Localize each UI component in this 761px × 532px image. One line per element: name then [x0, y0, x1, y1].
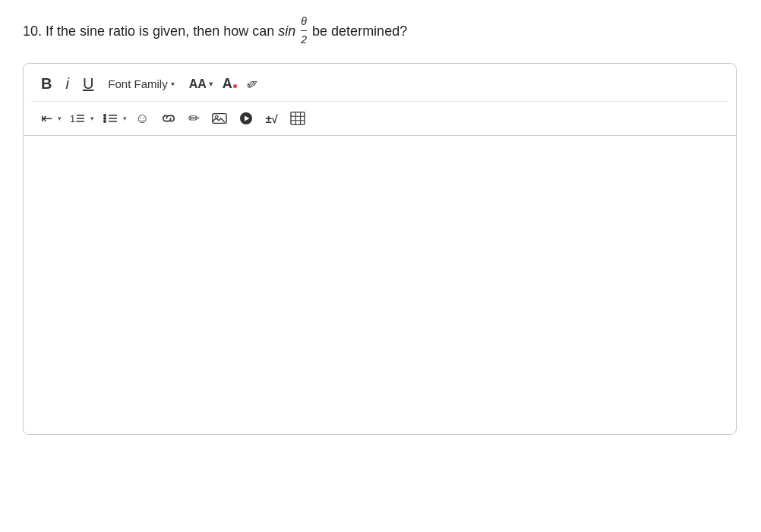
- toolbar-row-2: ⇤ ▾ 1. ▾: [31, 102, 728, 135]
- fraction-denominator: 2: [301, 31, 307, 48]
- formula-button[interactable]: ±√: [261, 110, 281, 127]
- unordered-list-group: ▾: [99, 110, 127, 127]
- underline-button[interactable]: U: [79, 73, 97, 95]
- ul-arrow[interactable]: ▾: [123, 115, 127, 122]
- link-button[interactable]: [157, 110, 180, 127]
- svg-point-5: [103, 117, 106, 120]
- play-button[interactable]: [235, 109, 257, 127]
- font-size-arrow: ▾: [209, 80, 213, 88]
- pencil-button[interactable]: ✏: [185, 108, 204, 129]
- math-sin: sin: [278, 24, 299, 39]
- editor-container: B i U Font Family ▾ AA ▾ A ✏ ⇤ ▾: [23, 63, 737, 435]
- emoji-button[interactable]: ☺: [131, 109, 153, 129]
- text-color-group: A: [223, 76, 237, 92]
- question-text-before: If the sine ratio is given, then how can: [46, 24, 274, 39]
- toolbar: B i U Font Family ▾ AA ▾ A ✏ ⇤ ▾: [24, 64, 736, 136]
- ol-arrow[interactable]: ▾: [90, 115, 94, 122]
- italic-button[interactable]: i: [62, 73, 72, 95]
- font-size-label: AA: [189, 77, 207, 91]
- svg-point-4: [103, 114, 106, 117]
- svg-rect-14: [291, 112, 305, 124]
- question-text-after: be determined?: [312, 24, 407, 39]
- fraction-numerator: θ: [301, 14, 307, 31]
- table-button[interactable]: [286, 109, 309, 127]
- svg-point-6: [103, 120, 106, 123]
- editor-content-area[interactable]: [24, 136, 736, 424]
- bold-button[interactable]: B: [37, 73, 55, 95]
- math-fraction: θ 2: [301, 14, 307, 48]
- image-button[interactable]: [208, 109, 231, 127]
- font-size-dropdown[interactable]: AA ▾: [185, 75, 216, 93]
- ordered-list-button[interactable]: 1.: [66, 110, 89, 127]
- toolbar-row-1: B i U Font Family ▾ AA ▾ A ✏: [31, 64, 728, 102]
- unordered-list-button[interactable]: [99, 110, 122, 127]
- font-family-label: Font Family: [108, 77, 167, 90]
- font-family-arrow: ▾: [171, 80, 175, 88]
- question-number: 10.: [23, 24, 42, 39]
- text-color-button[interactable]: A: [223, 76, 237, 92]
- question-text: 10. If the sine ratio is given, then how…: [23, 15, 407, 49]
- indent-group: ⇤ ▾: [37, 108, 62, 129]
- indent-button[interactable]: ⇤: [37, 108, 56, 129]
- indent-arrow[interactable]: ▾: [58, 115, 62, 122]
- ordered-list-group: 1. ▾: [66, 110, 94, 127]
- font-family-dropdown[interactable]: Font Family ▾: [103, 75, 178, 93]
- eraser-button[interactable]: ✏: [239, 70, 267, 98]
- text-color-dot: [233, 84, 237, 88]
